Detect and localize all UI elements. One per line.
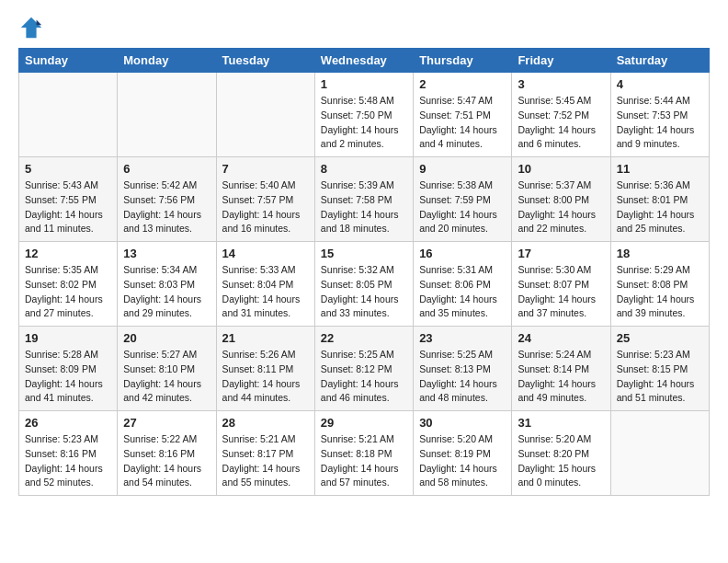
calendar-cell: 30Sunrise: 5:20 AMSunset: 8:19 PMDayligh… <box>414 411 512 496</box>
calendar-cell: 14Sunrise: 5:33 AMSunset: 8:04 PMDayligh… <box>216 242 314 327</box>
day-info: Sunrise: 5:25 AMSunset: 8:12 PMDaylight:… <box>321 348 407 406</box>
day-header-thursday: Thursday <box>414 49 512 73</box>
day-info: Sunrise: 5:35 AMSunset: 8:02 PMDaylight:… <box>25 263 111 321</box>
day-info: Sunrise: 5:37 AMSunset: 8:00 PMDaylight:… <box>518 178 604 236</box>
day-number: 22 <box>321 331 407 345</box>
day-info: Sunrise: 5:21 AMSunset: 8:17 PMDaylight:… <box>222 432 309 490</box>
calendar-week-row: 19Sunrise: 5:28 AMSunset: 8:09 PMDayligh… <box>19 327 710 411</box>
calendar-table: SundayMondayTuesdayWednesdayThursdayFrid… <box>18 48 710 496</box>
day-info: Sunrise: 5:33 AMSunset: 8:04 PMDaylight:… <box>222 263 309 321</box>
calendar-cell: 28Sunrise: 5:21 AMSunset: 8:17 PMDayligh… <box>216 411 314 496</box>
calendar-cell: 2Sunrise: 5:47 AMSunset: 7:51 PMDaylight… <box>414 73 512 157</box>
day-info: Sunrise: 5:25 AMSunset: 8:13 PMDaylight:… <box>419 348 506 406</box>
calendar-cell <box>19 73 118 157</box>
calendar-cell: 4Sunrise: 5:44 AMSunset: 7:53 PMDaylight… <box>610 73 709 157</box>
calendar-cell: 20Sunrise: 5:27 AMSunset: 8:10 PMDayligh… <box>118 327 216 411</box>
day-number: 15 <box>321 247 407 260</box>
day-number: 5 <box>25 162 111 176</box>
day-number: 23 <box>419 331 506 345</box>
day-number: 26 <box>25 416 111 430</box>
day-info: Sunrise: 5:36 AMSunset: 8:01 PMDaylight:… <box>617 178 703 236</box>
day-number: 11 <box>617 162 703 176</box>
calendar-cell: 3Sunrise: 5:45 AMSunset: 7:52 PMDaylight… <box>512 73 610 157</box>
page-header <box>18 15 710 40</box>
calendar-week-row: 12Sunrise: 5:35 AMSunset: 8:02 PMDayligh… <box>19 242 710 327</box>
calendar-cell: 22Sunrise: 5:25 AMSunset: 8:12 PMDayligh… <box>314 327 413 411</box>
day-info: Sunrise: 5:26 AMSunset: 8:11 PMDaylight:… <box>222 348 309 406</box>
day-number: 3 <box>518 77 604 91</box>
calendar-week-row: 1Sunrise: 5:48 AMSunset: 7:50 PMDaylight… <box>19 73 710 157</box>
day-header-friday: Friday <box>512 49 610 73</box>
day-number: 8 <box>321 162 407 176</box>
day-info: Sunrise: 5:32 AMSunset: 8:05 PMDaylight:… <box>321 263 407 321</box>
calendar-cell: 17Sunrise: 5:30 AMSunset: 8:07 PMDayligh… <box>512 242 610 327</box>
day-number: 18 <box>617 247 703 260</box>
day-number: 30 <box>419 416 506 430</box>
day-number: 20 <box>123 331 210 345</box>
day-info: Sunrise: 5:24 AMSunset: 8:14 PMDaylight:… <box>518 348 604 406</box>
calendar-week-row: 5Sunrise: 5:43 AMSunset: 7:55 PMDaylight… <box>19 157 710 242</box>
calendar-cell: 24Sunrise: 5:24 AMSunset: 8:14 PMDayligh… <box>512 327 610 411</box>
day-info: Sunrise: 5:45 AMSunset: 7:52 PMDaylight:… <box>518 94 604 152</box>
day-info: Sunrise: 5:39 AMSunset: 7:58 PMDaylight:… <box>321 178 407 236</box>
day-info: Sunrise: 5:31 AMSunset: 8:06 PMDaylight:… <box>419 263 506 321</box>
day-info: Sunrise: 5:42 AMSunset: 7:56 PMDaylight:… <box>123 178 210 236</box>
day-info: Sunrise: 5:21 AMSunset: 8:18 PMDaylight:… <box>321 432 407 490</box>
day-number: 21 <box>222 331 309 345</box>
day-info: Sunrise: 5:44 AMSunset: 7:53 PMDaylight:… <box>617 94 703 152</box>
day-number: 17 <box>518 247 604 260</box>
calendar-cell: 15Sunrise: 5:32 AMSunset: 8:05 PMDayligh… <box>314 242 413 327</box>
day-info: Sunrise: 5:23 AMSunset: 8:15 PMDaylight:… <box>617 348 703 406</box>
calendar-cell: 7Sunrise: 5:40 AMSunset: 7:57 PMDaylight… <box>216 157 314 242</box>
day-info: Sunrise: 5:20 AMSunset: 8:19 PMDaylight:… <box>419 432 506 490</box>
calendar-cell: 13Sunrise: 5:34 AMSunset: 8:03 PMDayligh… <box>118 242 216 327</box>
day-info: Sunrise: 5:48 AMSunset: 7:50 PMDaylight:… <box>321 94 407 152</box>
calendar-cell: 23Sunrise: 5:25 AMSunset: 8:13 PMDayligh… <box>414 327 512 411</box>
calendar-cell: 6Sunrise: 5:42 AMSunset: 7:56 PMDaylight… <box>118 157 216 242</box>
day-number: 19 <box>25 331 111 345</box>
day-number: 13 <box>123 247 210 260</box>
calendar-cell <box>118 73 216 157</box>
calendar-week-row: 26Sunrise: 5:23 AMSunset: 8:16 PMDayligh… <box>19 411 710 496</box>
day-info: Sunrise: 5:30 AMSunset: 8:07 PMDaylight:… <box>518 263 604 321</box>
day-info: Sunrise: 5:22 AMSunset: 8:16 PMDaylight:… <box>123 432 210 490</box>
svg-marker-0 <box>21 17 41 38</box>
calendar-header-row: SundayMondayTuesdayWednesdayThursdayFrid… <box>19 49 710 73</box>
day-number: 10 <box>518 162 604 176</box>
day-number: 28 <box>222 416 309 430</box>
calendar-cell <box>610 411 709 496</box>
calendar-cell: 10Sunrise: 5:37 AMSunset: 8:00 PMDayligh… <box>512 157 610 242</box>
day-header-sunday: Sunday <box>19 49 118 73</box>
calendar-cell: 25Sunrise: 5:23 AMSunset: 8:15 PMDayligh… <box>610 327 709 411</box>
calendar-cell: 8Sunrise: 5:39 AMSunset: 7:58 PMDaylight… <box>314 157 413 242</box>
day-info: Sunrise: 5:47 AMSunset: 7:51 PMDaylight:… <box>419 94 506 152</box>
day-header-saturday: Saturday <box>610 49 709 73</box>
day-header-wednesday: Wednesday <box>314 49 413 73</box>
day-number: 1 <box>321 77 407 91</box>
day-header-monday: Monday <box>118 49 216 73</box>
day-header-tuesday: Tuesday <box>216 49 314 73</box>
day-info: Sunrise: 5:27 AMSunset: 8:10 PMDaylight:… <box>123 348 210 406</box>
calendar-cell: 21Sunrise: 5:26 AMSunset: 8:11 PMDayligh… <box>216 327 314 411</box>
day-number: 24 <box>518 331 604 345</box>
day-number: 12 <box>25 247 111 260</box>
calendar-cell <box>216 73 314 157</box>
day-number: 25 <box>617 331 703 345</box>
day-number: 27 <box>123 416 210 430</box>
day-number: 6 <box>123 162 210 176</box>
calendar-cell: 11Sunrise: 5:36 AMSunset: 8:01 PMDayligh… <box>610 157 709 242</box>
day-number: 4 <box>617 77 703 91</box>
day-info: Sunrise: 5:38 AMSunset: 7:59 PMDaylight:… <box>419 178 506 236</box>
calendar-cell: 12Sunrise: 5:35 AMSunset: 8:02 PMDayligh… <box>19 242 118 327</box>
day-number: 7 <box>222 162 309 176</box>
logo <box>18 15 48 40</box>
day-info: Sunrise: 5:20 AMSunset: 8:20 PMDaylight:… <box>518 432 604 490</box>
day-number: 31 <box>518 416 604 430</box>
calendar-cell: 18Sunrise: 5:29 AMSunset: 8:08 PMDayligh… <box>610 242 709 327</box>
calendar-cell: 9Sunrise: 5:38 AMSunset: 7:59 PMDaylight… <box>414 157 512 242</box>
day-info: Sunrise: 5:34 AMSunset: 8:03 PMDaylight:… <box>123 263 210 321</box>
calendar-cell: 19Sunrise: 5:28 AMSunset: 8:09 PMDayligh… <box>19 327 118 411</box>
day-info: Sunrise: 5:43 AMSunset: 7:55 PMDaylight:… <box>25 178 111 236</box>
day-info: Sunrise: 5:29 AMSunset: 8:08 PMDaylight:… <box>617 263 703 321</box>
day-info: Sunrise: 5:28 AMSunset: 8:09 PMDaylight:… <box>25 348 111 406</box>
